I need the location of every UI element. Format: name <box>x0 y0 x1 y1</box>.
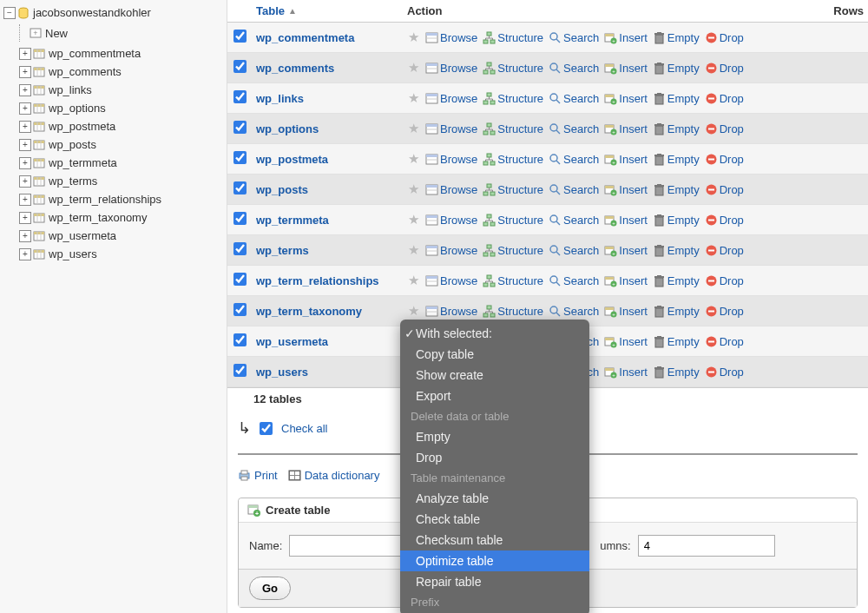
column-header-rows[interactable]: Rows <box>825 0 868 22</box>
browse-link[interactable]: Browse <box>425 153 477 166</box>
tree-expand-icon[interactable]: + <box>19 66 31 78</box>
menu-export[interactable]: Export <box>400 386 589 406</box>
drop-link[interactable]: Drop <box>705 62 744 75</box>
sidebar-table-link[interactable]: wp_termmeta <box>49 156 117 169</box>
table-name-link[interactable]: wp_commentmeta <box>252 27 403 49</box>
favorite-star-icon[interactable]: ★ <box>408 212 419 227</box>
row-checkbox[interactable] <box>233 303 247 316</box>
tree-expand-icon[interactable]: + <box>19 121 31 133</box>
sidebar-table-link[interactable]: wp_commentmeta <box>49 47 141 60</box>
favorite-star-icon[interactable]: ★ <box>408 273 419 287</box>
structure-link[interactable]: Structure <box>483 274 543 287</box>
menu-drop[interactable]: Drop <box>400 447 589 468</box>
tree-expand-icon[interactable]: + <box>19 230 31 242</box>
row-checkbox[interactable] <box>233 151 247 164</box>
structure-link[interactable]: Structure <box>483 153 543 166</box>
row-checkbox[interactable] <box>233 242 247 255</box>
insert-link[interactable]: +Insert <box>604 366 648 379</box>
sidebar-table-link[interactable]: wp_links <box>49 83 92 96</box>
tree-expand-icon[interactable]: + <box>19 102 31 115</box>
search-link[interactable]: Search <box>549 153 599 166</box>
column-header-table[interactable]: Table ▲ <box>252 0 403 22</box>
row-checkbox[interactable] <box>233 121 247 134</box>
insert-link[interactable]: +Insert <box>604 335 648 348</box>
menu-repair[interactable]: Repair table <box>400 571 589 592</box>
insert-link[interactable]: +Insert <box>604 274 648 287</box>
insert-link[interactable]: +Insert <box>604 214 648 227</box>
menu-copy-table[interactable]: Copy table <box>400 344 589 365</box>
search-link[interactable]: Search <box>549 31 599 44</box>
structure-link[interactable]: Structure <box>483 62 543 75</box>
search-link[interactable]: Search <box>549 214 599 227</box>
menu-empty[interactable]: Empty <box>400 426 589 447</box>
row-checkbox[interactable] <box>233 90 247 103</box>
menu-show-create[interactable]: Show create <box>400 365 589 386</box>
row-checkbox[interactable] <box>233 273 247 286</box>
table-name-link[interactable]: wp_termmeta <box>252 209 403 231</box>
favorite-star-icon[interactable]: ★ <box>408 242 419 257</box>
empty-link[interactable]: Empty <box>653 366 700 379</box>
row-checkbox[interactable] <box>233 30 247 43</box>
tree-expand-icon[interactable]: + <box>19 84 31 96</box>
browse-link[interactable]: Browse <box>425 62 477 75</box>
drop-link[interactable]: Drop <box>705 31 744 44</box>
sidebar-table-link[interactable]: wp_term_relationships <box>49 193 161 206</box>
search-link[interactable]: Search <box>549 305 599 318</box>
sidebar-table-link[interactable]: wp_term_taxonomy <box>49 211 147 224</box>
browse-link[interactable]: Browse <box>425 214 477 227</box>
drop-link[interactable]: Drop <box>705 335 744 348</box>
insert-link[interactable]: +Insert <box>604 244 648 257</box>
menu-check[interactable]: Check table <box>400 509 589 530</box>
tree-expand-icon[interactable]: + <box>19 48 31 60</box>
tree-expand-icon[interactable]: + <box>19 157 31 169</box>
drop-link[interactable]: Drop <box>705 153 744 166</box>
search-link[interactable]: Search <box>549 62 599 75</box>
table-name-link[interactable]: wp_links <box>252 88 403 109</box>
table-name-link[interactable]: wp_users <box>252 361 403 383</box>
menu-checksum[interactable]: Checksum table <box>400 530 589 550</box>
empty-link[interactable]: Empty <box>653 183 700 196</box>
empty-link[interactable]: Empty <box>653 335 700 348</box>
drop-link[interactable]: Drop <box>705 366 744 379</box>
table-name-link[interactable]: wp_options <box>252 118 403 140</box>
favorite-star-icon[interactable]: ★ <box>408 30 419 44</box>
favorite-star-icon[interactable]: ★ <box>408 151 419 166</box>
tree-expand-icon[interactable]: + <box>19 175 31 188</box>
row-checkbox[interactable] <box>233 181 247 194</box>
browse-link[interactable]: Browse <box>425 31 477 44</box>
row-checkbox[interactable] <box>233 60 247 73</box>
favorite-star-icon[interactable]: ★ <box>408 181 419 196</box>
empty-link[interactable]: Empty <box>653 153 700 166</box>
columns-input[interactable] <box>638 535 775 557</box>
structure-link[interactable]: Structure <box>483 214 543 227</box>
table-name-link[interactable]: wp_usermeta <box>252 331 403 353</box>
drop-link[interactable]: Drop <box>705 305 744 318</box>
empty-link[interactable]: Empty <box>653 31 700 44</box>
insert-link[interactable]: +Insert <box>604 122 648 135</box>
browse-link[interactable]: Browse <box>425 183 477 196</box>
table-name-link[interactable]: wp_postmeta <box>252 148 403 170</box>
tree-expand-icon[interactable]: + <box>19 212 31 224</box>
empty-link[interactable]: Empty <box>653 92 700 105</box>
search-link[interactable]: Search <box>549 92 599 105</box>
tree-collapse-icon[interactable]: − <box>3 7 16 19</box>
insert-link[interactable]: +Insert <box>604 183 648 196</box>
drop-link[interactable]: Drop <box>705 274 744 287</box>
search-link[interactable]: Search <box>549 244 599 257</box>
table-name-link[interactable]: wp_term_relationships <box>252 270 403 292</box>
menu-analyze[interactable]: Analyze table <box>400 488 589 509</box>
menu-optimize[interactable]: Optimize table <box>400 550 589 571</box>
structure-link[interactable]: Structure <box>483 122 543 135</box>
table-name-link[interactable]: wp_comments <box>252 57 403 79</box>
browse-link[interactable]: Browse <box>425 92 477 105</box>
empty-link[interactable]: Empty <box>653 274 700 287</box>
insert-link[interactable]: +Insert <box>604 305 648 318</box>
drop-link[interactable]: Drop <box>705 244 744 257</box>
tree-expand-icon[interactable]: + <box>19 248 31 260</box>
sidebar-table-link[interactable]: wp_posts <box>49 138 96 151</box>
empty-link[interactable]: Empty <box>653 244 700 257</box>
structure-link[interactable]: Structure <box>483 183 543 196</box>
tree-expand-icon[interactable]: + <box>19 139 31 151</box>
database-name[interactable]: jacobsonwestandkohler <box>33 6 151 19</box>
drop-link[interactable]: Drop <box>705 214 744 227</box>
